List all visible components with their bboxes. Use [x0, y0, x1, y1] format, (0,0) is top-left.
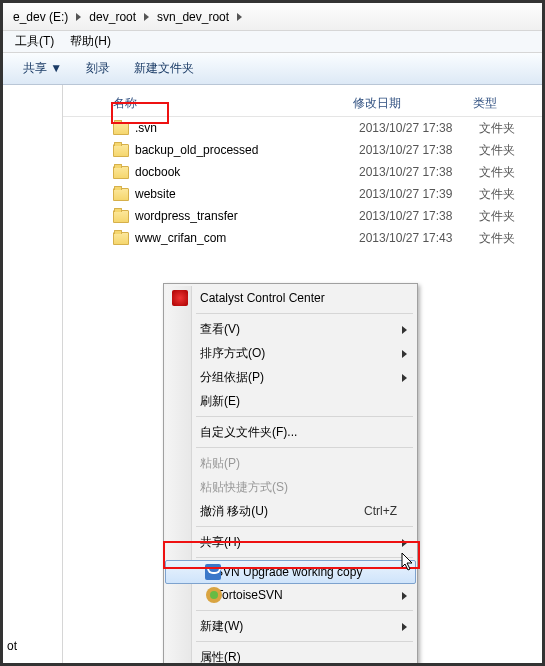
- svn-icon: [205, 564, 221, 580]
- ctx-undo[interactable]: 撤消 移动(U)Ctrl+Z: [166, 499, 415, 523]
- sidebar: ot: [3, 85, 63, 663]
- menu-tools[interactable]: 工具(T): [7, 33, 62, 50]
- context-menu: Catalyst Control Center 查看(V) 排序方式(O) 分组…: [163, 283, 418, 666]
- ccc-icon: [172, 290, 188, 306]
- burn-button[interactable]: 刻录: [76, 56, 120, 81]
- file-type: 文件夹: [479, 142, 515, 159]
- chevron-right-icon: [402, 326, 407, 334]
- file-date: 2013/10/27 17:38: [359, 165, 479, 179]
- ctx-new[interactable]: 新建(W): [166, 614, 415, 638]
- file-type: 文件夹: [479, 208, 515, 225]
- file-name: wordpress_transfer: [135, 209, 359, 223]
- file-type: 文件夹: [479, 186, 515, 203]
- file-name: website: [135, 187, 359, 201]
- folder-icon: [113, 232, 129, 245]
- tortoisesvn-icon: [206, 587, 222, 603]
- table-row[interactable]: docbook2013/10/27 17:38文件夹: [63, 161, 542, 183]
- separator: [196, 610, 413, 611]
- new-folder-button[interactable]: 新建文件夹: [124, 56, 204, 81]
- chevron-right-icon: [237, 13, 242, 21]
- chevron-right-icon: [402, 374, 407, 382]
- file-date: 2013/10/27 17:38: [359, 209, 479, 223]
- column-name[interactable]: 名称: [63, 95, 353, 112]
- file-type: 文件夹: [479, 120, 515, 137]
- file-type: 文件夹: [479, 164, 515, 181]
- column-type[interactable]: 类型: [473, 95, 542, 112]
- table-row[interactable]: backup_old_processed2013/10/27 17:38文件夹: [63, 139, 542, 161]
- breadcrumb-item[interactable]: svn_dev_root: [151, 4, 235, 30]
- share-button[interactable]: 共享 ▼: [13, 56, 72, 81]
- file-date: 2013/10/27 17:43: [359, 231, 479, 245]
- file-name: backup_old_processed: [135, 143, 359, 157]
- breadcrumb-item[interactable]: dev_root: [83, 4, 142, 30]
- ctx-customize[interactable]: 自定义文件夹(F)...: [166, 420, 415, 444]
- ctx-tortoisesvn[interactable]: TortoiseSVN: [166, 583, 415, 607]
- chevron-right-icon: [402, 623, 407, 631]
- ctx-catalyst[interactable]: Catalyst Control Center: [166, 286, 415, 310]
- table-row[interactable]: .svn2013/10/27 17:38文件夹: [63, 117, 542, 139]
- sidebar-item-label[interactable]: ot: [7, 639, 17, 653]
- separator: [196, 526, 413, 527]
- ctx-paste: 粘贴(P): [166, 451, 415, 475]
- file-name: .svn: [135, 121, 359, 135]
- ctx-paste-shortcut: 粘贴快捷方式(S): [166, 475, 415, 499]
- chevron-right-icon: [402, 539, 407, 547]
- ctx-properties[interactable]: 属性(R): [166, 645, 415, 666]
- chevron-right-icon: [402, 592, 407, 600]
- separator: [196, 416, 413, 417]
- breadcrumb[interactable]: e_dev (E:) dev_root svn_dev_root: [3, 3, 542, 31]
- table-row[interactable]: www_crifan_com2013/10/27 17:43文件夹: [63, 227, 542, 249]
- separator: [196, 313, 413, 314]
- separator: [196, 447, 413, 448]
- menubar: 工具(T) 帮助(H): [3, 31, 542, 53]
- ctx-refresh[interactable]: 刷新(E): [166, 389, 415, 413]
- ctx-share[interactable]: 共享(H): [166, 530, 415, 554]
- ctx-view[interactable]: 查看(V): [166, 317, 415, 341]
- file-name: docbook: [135, 165, 359, 179]
- chevron-right-icon: [144, 13, 149, 21]
- file-name: www_crifan_com: [135, 231, 359, 245]
- file-type: 文件夹: [479, 230, 515, 247]
- table-row[interactable]: website2013/10/27 17:39文件夹: [63, 183, 542, 205]
- toolbar: 共享 ▼ 刻录 新建文件夹: [3, 53, 542, 85]
- table-row[interactable]: wordpress_transfer2013/10/27 17:38文件夹: [63, 205, 542, 227]
- folder-icon: [113, 166, 129, 179]
- separator: [196, 557, 413, 558]
- chevron-right-icon: [402, 350, 407, 358]
- ctx-svn-upgrade[interactable]: SVN Upgrade working copy: [165, 560, 416, 584]
- folder-icon: [113, 188, 129, 201]
- column-headers: 名称 修改日期 类型: [63, 91, 542, 117]
- file-date: 2013/10/27 17:38: [359, 121, 479, 135]
- folder-icon: [113, 144, 129, 157]
- folder-icon: [113, 210, 129, 223]
- ctx-group[interactable]: 分组依据(P): [166, 365, 415, 389]
- file-date: 2013/10/27 17:38: [359, 143, 479, 157]
- separator: [196, 641, 413, 642]
- chevron-right-icon: [76, 13, 81, 21]
- file-date: 2013/10/27 17:39: [359, 187, 479, 201]
- breadcrumb-item[interactable]: e_dev (E:): [7, 4, 74, 30]
- column-date[interactable]: 修改日期: [353, 95, 473, 112]
- folder-icon: [113, 122, 129, 135]
- menu-help[interactable]: 帮助(H): [62, 33, 119, 50]
- ctx-sort[interactable]: 排序方式(O): [166, 341, 415, 365]
